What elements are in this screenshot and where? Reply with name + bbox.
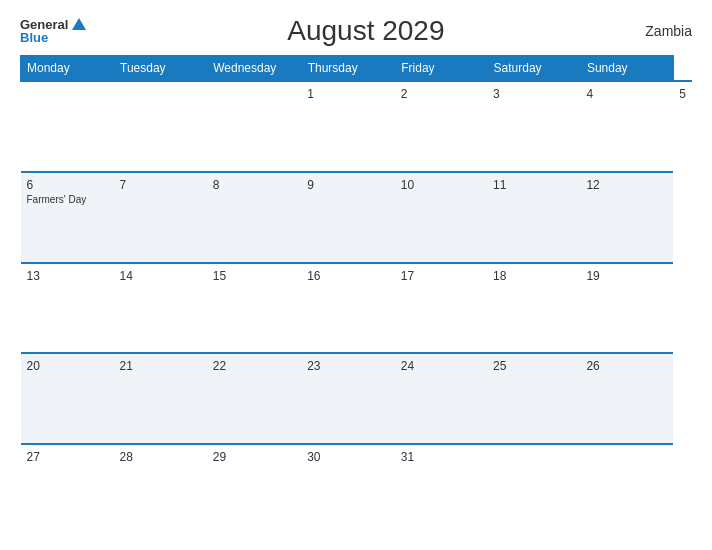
day-number: 23 — [307, 359, 389, 373]
calendar-cell: 16 — [301, 263, 395, 354]
calendar-cell: 13 — [21, 263, 114, 354]
day-number: 24 — [401, 359, 481, 373]
day-number: 20 — [27, 359, 108, 373]
calendar-cell — [207, 81, 301, 172]
logo: General Blue — [20, 18, 86, 44]
calendar-cell: 19 — [580, 263, 673, 354]
country-label: Zambia — [645, 23, 692, 39]
calendar-cell: 28 — [114, 444, 207, 535]
day-number: 9 — [307, 178, 389, 192]
calendar-cell: 18 — [487, 263, 580, 354]
day-number: 16 — [307, 269, 389, 283]
header-monday: Monday — [21, 56, 114, 82]
day-number: 29 — [213, 450, 295, 464]
calendar-week-row: 20212223242526 — [21, 353, 693, 444]
calendar-cell: 24 — [395, 353, 487, 444]
day-number: 10 — [401, 178, 481, 192]
calendar-cell: 14 — [114, 263, 207, 354]
header-thursday: Thursday — [301, 56, 395, 82]
calendar-cell: 30 — [301, 444, 395, 535]
day-number: 19 — [586, 269, 667, 283]
calendar-cell: 12 — [580, 172, 673, 263]
calendar-cell: 9 — [301, 172, 395, 263]
calendar-cell: 17 — [395, 263, 487, 354]
calendar-week-row: 2728293031 — [21, 444, 693, 535]
day-number: 15 — [213, 269, 295, 283]
calendar-cell: 15 — [207, 263, 301, 354]
day-event: Farmers' Day — [27, 194, 108, 205]
calendar-title: August 2029 — [287, 15, 444, 47]
day-number: 21 — [120, 359, 201, 373]
day-number: 12 — [586, 178, 667, 192]
calendar-table: Monday Tuesday Wednesday Thursday Friday… — [20, 55, 692, 535]
day-number: 7 — [120, 178, 201, 192]
calendar-cell: 23 — [301, 353, 395, 444]
day-number: 31 — [401, 450, 481, 464]
calendar-cell: 10 — [395, 172, 487, 263]
calendar-week-row: 12345 — [21, 81, 693, 172]
day-number: 18 — [493, 269, 574, 283]
day-number: 3 — [493, 87, 574, 101]
calendar-cell: 25 — [487, 353, 580, 444]
calendar-cell: 31 — [395, 444, 487, 535]
day-number: 26 — [586, 359, 667, 373]
day-number: 30 — [307, 450, 389, 464]
logo-blue-text: Blue — [20, 31, 86, 44]
calendar-cell: 7 — [114, 172, 207, 263]
calendar-cell: 4 — [580, 81, 673, 172]
day-number: 5 — [679, 87, 686, 101]
calendar-cell: 1 — [301, 81, 395, 172]
day-number: 2 — [401, 87, 481, 101]
day-number: 13 — [27, 269, 108, 283]
calendar-week-row: 6Farmers' Day789101112 — [21, 172, 693, 263]
calendar-cell: 3 — [487, 81, 580, 172]
calendar-cell: 26 — [580, 353, 673, 444]
calendar-page: General Blue August 2029 Zambia Monday T… — [0, 0, 712, 550]
calendar-week-row: 13141516171819 — [21, 263, 693, 354]
calendar-cell — [580, 444, 673, 535]
calendar-cell: 22 — [207, 353, 301, 444]
header-wednesday: Wednesday — [207, 56, 301, 82]
day-number: 25 — [493, 359, 574, 373]
day-number: 6 — [27, 178, 108, 192]
header-tuesday: Tuesday — [114, 56, 207, 82]
calendar-cell: 6Farmers' Day — [21, 172, 114, 263]
day-number: 17 — [401, 269, 481, 283]
calendar-cell: 2 — [395, 81, 487, 172]
header-friday: Friday — [395, 56, 487, 82]
day-number: 27 — [27, 450, 108, 464]
calendar-cell — [114, 81, 207, 172]
calendar-cell: 21 — [114, 353, 207, 444]
header-sunday: Sunday — [580, 56, 673, 82]
logo-triangle-icon — [72, 18, 86, 30]
calendar-cell: 20 — [21, 353, 114, 444]
day-number: 22 — [213, 359, 295, 373]
header: General Blue August 2029 Zambia — [20, 15, 692, 47]
day-number: 4 — [586, 87, 667, 101]
calendar-cell: 8 — [207, 172, 301, 263]
calendar-cell: 11 — [487, 172, 580, 263]
calendar-cell: 29 — [207, 444, 301, 535]
day-number: 8 — [213, 178, 295, 192]
calendar-cell: 27 — [21, 444, 114, 535]
calendar-cell — [21, 81, 114, 172]
header-saturday: Saturday — [487, 56, 580, 82]
day-number: 28 — [120, 450, 201, 464]
day-number: 14 — [120, 269, 201, 283]
day-number: 1 — [307, 87, 389, 101]
day-number: 11 — [493, 178, 574, 192]
calendar-cell: 5 — [673, 81, 692, 172]
calendar-cell — [487, 444, 580, 535]
days-header-row: Monday Tuesday Wednesday Thursday Friday… — [21, 56, 693, 82]
